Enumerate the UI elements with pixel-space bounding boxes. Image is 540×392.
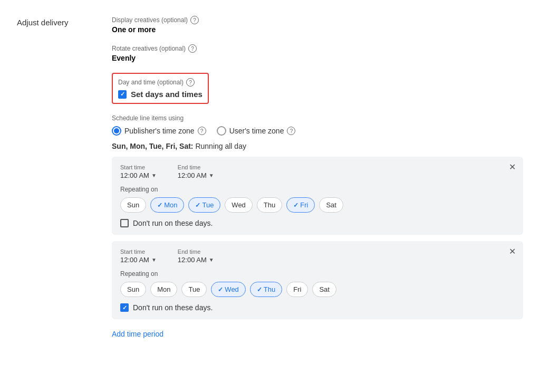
set-days-times-row: Set days and times (118, 90, 202, 99)
display-creatives-group: Display creatives (optional) ? One or mo… (112, 16, 523, 34)
day-chip-sat-1[interactable]: Sat (319, 197, 343, 213)
publisher-timezone-radio[interactable] (112, 126, 121, 136)
start-time-field-1: Start time 12:00 AM ▼ (120, 164, 157, 179)
end-time-field-2: End time 12:00 AM ▼ (178, 248, 214, 264)
user-timezone-help-icon[interactable]: ? (287, 127, 295, 135)
start-time-arrow-2: ▼ (151, 257, 157, 263)
schedule-summary-days: Sun, Mon, Tue, Fri, Sat: (112, 142, 194, 150)
dont-run-label-2: Don't run on these days. (133, 303, 213, 312)
end-time-field-1: End time 12:00 AM ▼ (178, 164, 214, 179)
user-timezone-label: User's time zone (229, 127, 284, 135)
day-chip-tue-1[interactable]: ✓Tue (188, 197, 220, 213)
dont-run-label-1: Don't run on these days. (133, 219, 213, 227)
day-chip-fri-1[interactable]: ✓Fri (286, 197, 315, 213)
day-chip-sun-2[interactable]: Sun (120, 282, 146, 297)
user-timezone-option[interactable]: User's time zone ? (217, 126, 296, 136)
day-chip-wed-2[interactable]: ✓Wed (211, 282, 246, 297)
time-block-2: Start time 12:00 AM ▼ End time 12:00 AM … (112, 241, 523, 319)
end-time-select-2[interactable]: 12:00 AM ▼ (178, 256, 214, 264)
end-time-arrow-1: ▼ (209, 173, 214, 178)
schedule-summary-text: Running all day (195, 142, 246, 150)
end-time-select-1[interactable]: 12:00 AM ▼ (178, 171, 214, 179)
right-content: Display creatives (optional) ? One or mo… (112, 16, 523, 340)
day-chip-sat-2[interactable]: Sat (312, 282, 336, 297)
schedule-line-items-label: Schedule line items using (112, 114, 523, 122)
days-row-2: SunMonTue✓Wed✓ThuFriSat (120, 282, 515, 297)
page-container: Adjust delivery Display creatives (optio… (17, 16, 523, 340)
day-time-help-icon[interactable]: ? (186, 78, 195, 87)
close-button-2[interactable]: ✕ (509, 247, 516, 256)
publisher-timezone-option[interactable]: Publisher's time zone ? (112, 126, 206, 136)
time-block-1: Start time 12:00 AM ▼ End time 12:00 AM … (112, 157, 523, 235)
start-time-select-2[interactable]: 12:00 AM ▼ (120, 256, 157, 264)
day-time-label: Day and time (optional) ? (118, 78, 202, 87)
day-chip-mon-1[interactable]: ✓Mon (150, 197, 184, 213)
dont-run-checkbox-2[interactable] (120, 303, 129, 312)
start-time-label-2: Start time (120, 248, 157, 255)
end-time-label-1: End time (178, 164, 214, 170)
add-time-period-button[interactable]: Add time period (112, 328, 163, 340)
day-chip-tue-2[interactable]: Tue (181, 282, 207, 297)
timezone-row: Publisher's time zone ? User's time zone… (112, 126, 523, 136)
repeating-label-2: Repeating on (120, 270, 515, 278)
set-days-times-checkbox[interactable] (118, 90, 127, 99)
display-creatives-help-icon[interactable]: ? (190, 16, 199, 24)
rotate-creatives-label: Rotate creatives (optional) ? (112, 44, 523, 53)
day-chip-mon-2[interactable]: Mon (150, 282, 177, 297)
start-time-label-1: Start time (120, 164, 157, 170)
day-chip-thu-1[interactable]: Thu (257, 197, 282, 213)
day-chip-fri-2[interactable]: Fri (286, 282, 308, 297)
set-days-times-label: Set days and times (131, 90, 202, 99)
day-chip-wed-1[interactable]: Wed (225, 197, 253, 213)
day-chip-sun-1[interactable]: Sun (120, 197, 146, 213)
display-creatives-label: Display creatives (optional) ? (112, 16, 523, 24)
dont-run-row-1: Don't run on these days. (120, 219, 515, 227)
time-row-2: Start time 12:00 AM ▼ End time 12:00 AM … (120, 248, 515, 264)
close-button-1[interactable]: ✕ (509, 163, 516, 171)
start-time-select-1[interactable]: 12:00 AM ▼ (120, 171, 157, 179)
repeating-label-1: Repeating on (120, 186, 515, 193)
end-time-label-2: End time (178, 248, 214, 255)
time-row-1: Start time 12:00 AM ▼ End time 12:00 AM … (120, 164, 515, 179)
day-chip-thu-2[interactable]: ✓Thu (250, 282, 282, 297)
dont-run-checkbox-1[interactable] (120, 219, 129, 227)
start-time-field-2: Start time 12:00 AM ▼ (120, 248, 157, 264)
schedule-container: Schedule line items using Publisher's ti… (112, 114, 523, 340)
rotate-creatives-help-icon[interactable]: ? (188, 44, 197, 53)
dont-run-row-2: Don't run on these days. (120, 303, 515, 312)
publisher-timezone-help-icon[interactable]: ? (198, 127, 206, 135)
rotate-creatives-value: Evenly (112, 54, 523, 62)
day-time-section: Day and time (optional) ? Set days and t… (112, 73, 209, 104)
adjust-delivery-label: Adjust delivery (17, 16, 91, 340)
user-timezone-radio[interactable] (217, 126, 226, 136)
display-creatives-value: One or more (112, 25, 523, 34)
start-time-arrow-1: ▼ (151, 173, 157, 178)
publisher-timezone-label: Publisher's time zone (124, 127, 195, 135)
days-row-1: Sun✓Mon✓TueWedThu✓FriSat (120, 197, 515, 213)
end-time-arrow-2: ▼ (209, 257, 214, 263)
schedule-summary: Sun, Mon, Tue, Fri, Sat: Running all day (112, 142, 523, 150)
rotate-creatives-group: Rotate creatives (optional) ? Evenly (112, 44, 523, 62)
